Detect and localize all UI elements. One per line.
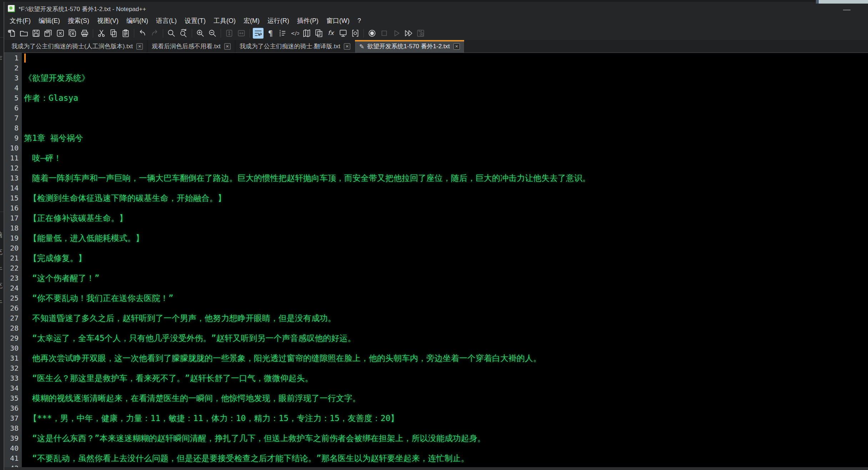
tab-0[interactable]: 我成为了公主们痴迷的骑士(人工润色版本).txt× [7,40,147,53]
zoom-out-icon[interactable] [207,28,218,39]
redo-icon [149,28,160,39]
line-text: 【能量低，进入低能耗模式。】 [22,233,144,243]
menu-item-0[interactable]: 文件(F) [6,15,35,26]
distraction-free-icon[interactable] [350,28,361,39]
tab-3[interactable]: ✎欲望开发系统1-570 番外1-2.txt× [355,40,465,53]
paste-icon[interactable] [120,28,131,39]
editor-line[interactable]: 9第1章 福兮祸兮 [4,133,868,143]
editor-line[interactable]: 11 吱—砰！ [4,153,868,163]
document-list-icon[interactable] [313,28,324,39]
editor-line[interactable]: 16 [4,203,868,213]
editor-line[interactable]: 5作者：Glasya [4,93,868,103]
editor-line[interactable]: 13 随着一阵刹车声和一声巨响，一辆大巴车翻倒在了路边。巨大的惯性把赵轩抛向车顶… [4,173,868,183]
word-wrap-icon[interactable] [253,28,264,39]
show-indent-guide-icon[interactable] [277,28,288,39]
tab-close-icon[interactable]: × [136,43,143,50]
menu-item-9[interactable]: 运行(R) [264,15,293,26]
define-language-icon[interactable]: </> [289,28,300,39]
editor-line[interactable]: 28 [4,323,868,333]
editor-line[interactable]: 17 【正在修补该碳基生命。】 [4,213,868,223]
save-all-icon[interactable] [43,28,54,39]
editor-line[interactable]: 26 [4,303,868,313]
menu-item-2[interactable]: 搜索(S) [64,15,93,26]
menu-item-5[interactable]: 语言(L) [152,15,181,26]
copy-icon[interactable] [108,28,119,39]
editor-line[interactable]: 27 不知道昏迷了多久之后，赵轩听到了一个男声，他努力想睁开眼睛，但是没有成功。 [4,313,868,323]
editor-line[interactable]: 38 [4,423,868,433]
editor-line[interactable]: 23 “这个伤者醒了！” [4,273,868,283]
editor-line[interactable]: 19 【能量低，进入低能耗模式。】 [4,233,868,243]
editor-line[interactable]: 30 [4,343,868,353]
editor-line[interactable]: 18 [4,223,868,233]
editor-line[interactable]: 7 [4,113,868,123]
editor-line[interactable]: 20 [4,243,868,253]
menu-item-3[interactable]: 视图(V) [93,15,122,26]
editor-line[interactable]: 39 “这是什么东西？”本来迷迷糊糊的赵轩瞬间清醒，挣扎了几下，但送上救护车之前… [4,433,868,443]
editor-line[interactable]: 12 [4,163,868,173]
editor-line[interactable]: 15 【检测到生命体征迅速下降的碳基生命，开始融合。】 [4,193,868,203]
find-icon[interactable] [166,28,177,39]
desktop: 作脑充牛充牛 *F:\欲望开发系统1-570 番外1-2.txt - Notep… [0,0,868,470]
menu-item-10[interactable]: 插件(P) [293,15,322,26]
tab-2[interactable]: 我成为了公主们痴迷的骑士.翻译版.txt× [235,40,355,53]
editor-line[interactable]: 1 [4,53,868,63]
function-list-icon[interactable]: fx [326,28,336,39]
tab-close-icon[interactable]: × [344,43,350,50]
close-all-icon[interactable] [67,28,78,39]
menu-item-1[interactable]: 编辑(E) [35,15,64,26]
editor-line[interactable]: 41 “不要乱动，虽然你看上去没什么问题，但是还是要接受检查之后才能下结论。”那… [4,453,868,463]
title-bar[interactable]: *F:\欲望开发系统1-570 番外1-2.txt - Notepad++ [4,2,868,15]
zoom-in-icon[interactable] [195,28,206,39]
new-file-icon[interactable] [6,28,17,39]
menu-item-7[interactable]: 工具(O) [210,15,240,26]
editor-line[interactable]: 24 [4,283,868,293]
tab-close-icon[interactable]: × [453,43,460,50]
svg-text:fx: fx [328,29,334,36]
editor-line[interactable]: 40 [4,443,868,453]
menu-item-6[interactable]: 设置(T) [181,15,210,26]
menu-item-11[interactable]: 窗口(W) [322,15,353,26]
document-map-icon[interactable] [301,28,312,39]
open-icon[interactable] [19,28,29,39]
editor-line[interactable]: 32 [4,363,868,373]
editor-line[interactable]: 31 他再次尝试睁开双眼，这一次他看到了朦朦胧胧的一些景象，阳光透过窗帘的缝隙照… [4,353,868,363]
editor-line[interactable]: 10 [4,143,868,153]
save-icon[interactable] [31,28,41,39]
macro-record-icon[interactable] [367,28,377,39]
bottom-edge [4,467,868,470]
editor-line[interactable]: 6 [4,103,868,113]
editor-line[interactable]: 22 [4,263,868,273]
show-all-characters-icon[interactable]: ¶ [265,28,276,39]
macro-run-multiple-icon[interactable] [403,28,414,39]
editor-line[interactable]: 29 “太幸运了，全车45个人，只有他几乎没受外伤。”赵轩又听到另一个声音感叹他… [4,333,868,343]
editor-line[interactable]: 37 【***，男，中年，健康，力量：11，敏捷：11，体力：10，精力：15，… [4,413,868,423]
line-text: 作者：Glasya [22,93,78,103]
editor-line[interactable]: 2 [4,63,868,73]
editor-line[interactable]: 14 [4,183,868,193]
editor-line[interactable]: 8 [4,123,868,133]
line-number: 19 [4,233,22,243]
editor-line[interactable]: 35 模糊的视线逐渐清晰起来，在看清楚医生的一瞬间，他惊愕地发现，眼前浮现了一行… [4,393,868,403]
menu-item-12[interactable]: ? [353,15,365,26]
editor-line[interactable]: 34 [4,383,868,393]
replace-icon[interactable] [178,28,189,39]
cut-icon[interactable] [96,28,107,39]
editor-line[interactable]: 21 【完成修复。】 [4,253,868,263]
editor-line[interactable]: 4 [4,83,868,93]
menu-item-4[interactable]: 编码(N) [122,15,152,26]
line-number: 16 [4,203,22,213]
undo-icon[interactable] [137,28,148,39]
editor-line[interactable]: 3《欲望开发系统》 [4,73,868,83]
editor-line[interactable]: 33 “医生么？那这里是救护车，看来死不了。”赵轩长舒了一口气，微微仰起头。 [4,373,868,383]
close-icon[interactable] [55,28,66,39]
editor-line[interactable]: 25 “你不要乱动！我们正在送你去医院！” [4,293,868,303]
menu-item-8[interactable]: 宏(M) [240,15,264,26]
editor[interactable]: 123《欲望开发系统》45作者：Glasya6789第1章 福兮祸兮1011 吱… [4,53,868,470]
toolbar-separator [363,29,364,38]
tab-1[interactable]: 观看后润色后感不用看.txt× [147,40,235,53]
monitoring-icon[interactable] [338,28,348,39]
editor-line[interactable]: 36 [4,403,868,413]
tab-close-icon[interactable]: × [224,43,231,50]
minimize-button[interactable] [842,7,852,13]
print-icon[interactable] [79,28,90,39]
